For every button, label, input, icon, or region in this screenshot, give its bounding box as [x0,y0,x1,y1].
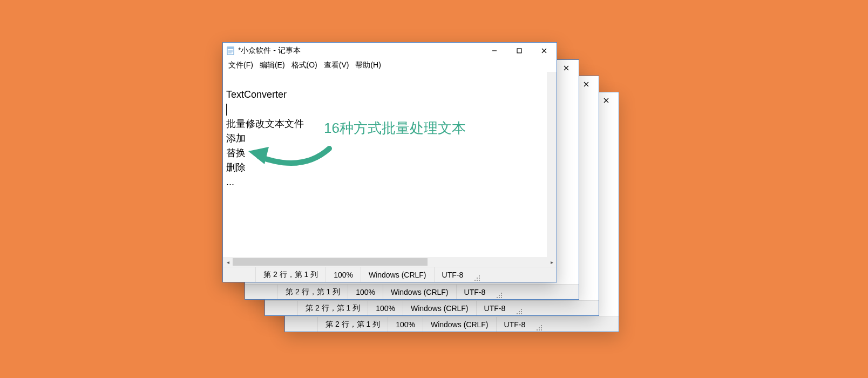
scroll-left-icon[interactable]: ◂ [223,257,233,267]
status-zoom: 100% [348,285,383,299]
menu-edit[interactable]: 编辑(E) [256,60,288,70]
editor-line: 添加 [226,133,246,144]
status-line-ending: Windows (CRLF) [383,285,456,299]
menu-file[interactable]: 文件(F) [225,60,256,70]
status-position: 第 2 行，第 1 列 [277,285,348,299]
text-cursor [226,104,227,116]
status-position: 第 2 行，第 1 列 [255,267,326,282]
text-editor[interactable]: TextConverter 批量修改文本文件 添加 替换 删除 ... [223,72,557,257]
svg-rect-6 [517,49,521,53]
editor-line: TextConverter [226,89,287,100]
titlebar[interactable]: *小众软件 - 记事本 [223,43,557,59]
menu-help[interactable]: 帮助(H) [352,60,384,70]
menu-view[interactable]: 查看(V) [321,60,352,70]
vertical-scrollbar[interactable] [547,72,557,257]
status-line-ending: Windows (CRLF) [423,317,496,332]
scrollbar-thumb[interactable] [233,258,428,266]
menu-format[interactable]: 格式(O) [288,60,321,70]
editor-line: 批量修改文本文件 [226,118,304,129]
status-position: 第 2 行，第 1 列 [297,301,368,315]
resize-grip[interactable] [471,267,482,282]
status-position: 第 2 行，第 1 列 [317,317,388,332]
status-encoding: UTF-8 [456,285,493,299]
minimize-button[interactable] [482,43,507,59]
scroll-right-icon[interactable]: ▸ [547,257,557,267]
window-title: *小众软件 - 记事本 [238,46,482,56]
notepad-window-front: *小众软件 - 记事本 文件(F) 编辑(E) 格式(O) 查看(V) 帮助(H… [222,42,557,282]
menubar: 文件(F) 编辑(E) 格式(O) 查看(V) 帮助(H) [223,59,557,72]
status-zoom: 100% [368,301,403,315]
statusbar: 第 2 行，第 1 列 100% Windows (CRLF) UTF-8 [223,267,557,282]
editor-line: ... [226,177,234,187]
status-line-ending: Windows (CRLF) [403,301,476,315]
status-encoding: UTF-8 [496,317,533,332]
horizontal-scrollbar[interactable]: ◂ ▸ [223,257,557,267]
svg-rect-1 [227,47,234,49]
status-encoding: UTF-8 [434,267,471,282]
notepad-icon [226,46,235,55]
close-button[interactable] [554,60,579,76]
resize-grip[interactable] [533,317,544,332]
resize-grip[interactable] [513,301,524,316]
resize-grip[interactable] [493,285,504,300]
editor-line: 替换 [226,147,246,158]
editor-line: 删除 [226,162,246,173]
maximize-button[interactable] [507,43,532,59]
status-line-ending: Windows (CRLF) [361,267,434,282]
status-encoding: UTF-8 [476,301,513,315]
status-zoom: 100% [326,267,361,282]
scrollbar-track[interactable] [233,257,547,267]
close-button[interactable] [532,43,557,59]
status-zoom: 100% [388,317,423,332]
